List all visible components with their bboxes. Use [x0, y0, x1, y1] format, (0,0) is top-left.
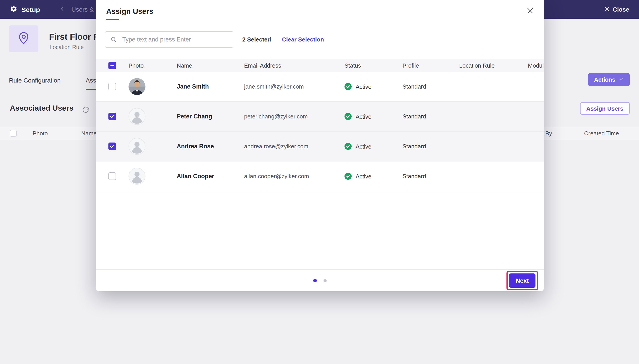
status-active-icon	[344, 173, 352, 180]
user-profile: Standard	[402, 173, 426, 180]
assign-users-button[interactable]: Assign Users	[580, 102, 630, 115]
actions-button[interactable]: Actions	[588, 73, 630, 86]
next-button[interactable]: Next	[509, 274, 536, 288]
gear-icon	[10, 5, 18, 14]
row-checkbox[interactable]	[108, 142, 116, 150]
chevron-down-icon	[619, 76, 624, 83]
user-avatar	[128, 138, 146, 155]
close-icon	[526, 7, 534, 16]
breadcrumb[interactable]: Users &	[59, 0, 94, 19]
setup-nav[interactable]: Setup	[10, 0, 40, 19]
user-email: jane.smith@zylker.com	[244, 83, 304, 90]
location-pin-icon	[16, 30, 31, 47]
column-header-profile: Profile	[402, 62, 419, 69]
table-row[interactable]: Andrea Rose andrea.rose@zylker.com Activ…	[96, 132, 544, 162]
section-title: Associated Users	[10, 104, 74, 113]
column-header-name: Name	[177, 62, 192, 69]
assign-users-modal: Assign Users 2 Selected Clear Selection …	[96, 0, 544, 291]
user-status: Active	[344, 143, 372, 150]
page-title: First Floor F	[49, 32, 98, 42]
user-name: Allan Cooper	[177, 173, 214, 180]
user-profile: Standard	[402, 113, 426, 120]
page-close-button[interactable]: Close	[605, 0, 629, 19]
chevron-left-icon	[59, 6, 66, 13]
user-profile: Standard	[402, 83, 426, 90]
search-icon	[110, 36, 117, 44]
users-table-header: Photo Name Email Address Status Profile …	[96, 59, 544, 72]
user-status: Active	[344, 113, 372, 120]
actions-button-label: Actions	[594, 76, 615, 83]
pagination-dot-1[interactable]	[313, 279, 317, 282]
status-active-icon	[344, 143, 352, 150]
column-header-name: Name	[81, 130, 96, 137]
row-checkbox[interactable]	[108, 83, 116, 90]
table-row[interactable]: Jane Smith jane.smith@zylker.com Active …	[96, 72, 544, 102]
user-name: Andrea Rose	[177, 143, 214, 150]
users-table: Photo Name Email Address Status Profile …	[96, 59, 544, 191]
column-header-location-rule: Location Rule	[459, 62, 495, 69]
user-avatar	[128, 108, 146, 125]
status-label: Active	[356, 143, 372, 150]
search-box	[105, 31, 234, 48]
table-row[interactable]: Peter Chang peter.chang@zylker.com Activ…	[96, 102, 544, 132]
user-status: Active	[344, 83, 372, 90]
status-active-icon	[344, 113, 352, 120]
row-checkbox[interactable]	[108, 113, 116, 120]
status-label: Active	[356, 83, 372, 90]
column-header-photo: Photo	[32, 130, 48, 137]
status-active-icon	[344, 83, 352, 90]
clear-selection-link[interactable]: Clear Selection	[282, 31, 324, 48]
pagination-dots	[313, 279, 327, 282]
user-status: Active	[344, 173, 372, 180]
modal-title-underline	[106, 19, 119, 20]
select-all-checkbox-page[interactable]	[10, 130, 16, 136]
table-row[interactable]: Allan Cooper allan.cooper@zylker.com Act…	[96, 162, 544, 191]
next-button-highlight: Next	[506, 271, 538, 290]
refresh-icon[interactable]	[82, 106, 89, 113]
app-title: Setup	[22, 6, 40, 13]
pagination-dot-2[interactable]	[324, 279, 327, 282]
user-photo	[128, 78, 146, 95]
user-email: andrea.rose@zylker.com	[244, 143, 308, 150]
modal-close-button[interactable]	[525, 7, 535, 16]
status-label: Active	[356, 173, 372, 180]
modal-footer: Next	[96, 270, 544, 291]
page-subtitle: Location Rule	[50, 44, 84, 50]
column-header-photo: Photo	[128, 62, 144, 69]
tab-rule-configuration[interactable]: Rule Configuration	[9, 77, 61, 84]
user-name: Jane Smith	[177, 83, 209, 90]
search-input[interactable]	[105, 31, 234, 48]
column-header-created-time: Created Time	[584, 130, 619, 137]
close-icon	[605, 6, 610, 13]
user-email: peter.chang@zylker.com	[244, 113, 308, 120]
user-email: allan.cooper@zylker.com	[244, 173, 309, 180]
status-label: Active	[356, 113, 372, 120]
user-profile: Standard	[402, 143, 426, 150]
location-rule-tile	[9, 26, 38, 52]
column-header-email: Email Address	[244, 62, 281, 69]
modal-title: Assign Users	[106, 7, 153, 16]
column-header-module: Module	[528, 62, 544, 69]
selected-count: 2 Selected	[242, 31, 271, 48]
indeterminate-mark	[110, 65, 114, 66]
assign-users-button-label: Assign Users	[586, 105, 624, 112]
select-all-checkbox[interactable]	[108, 62, 116, 69]
screen: Setup Users & Close First Floor F Locati…	[0, 0, 639, 364]
user-avatar	[128, 168, 146, 185]
column-header-by: By	[545, 130, 552, 137]
page-close-label: Close	[613, 6, 629, 13]
breadcrumb-label: Users &	[72, 6, 94, 13]
row-checkbox[interactable]	[108, 172, 116, 180]
user-name: Peter Chang	[177, 113, 212, 120]
column-header-status: Status	[344, 62, 361, 69]
